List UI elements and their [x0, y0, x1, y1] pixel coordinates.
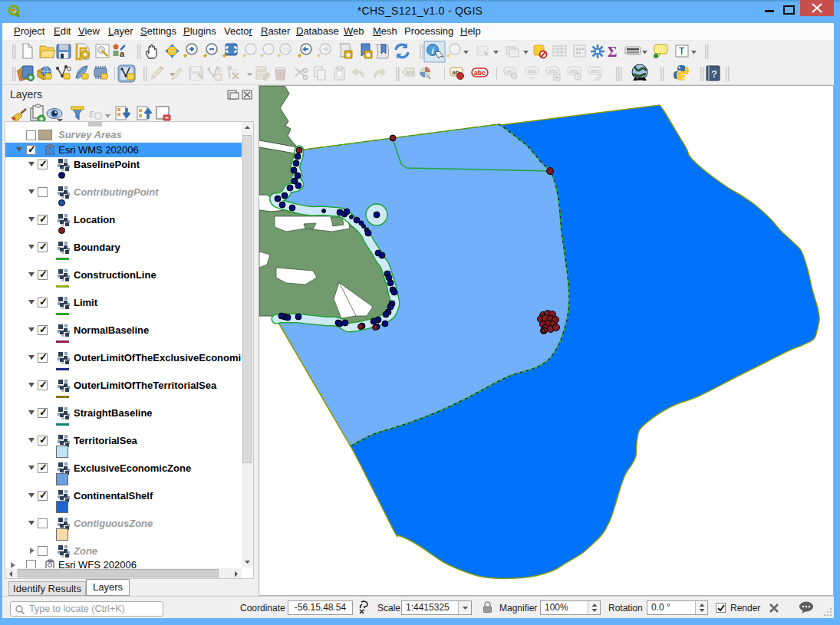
svg-text:abc: abc [528, 67, 537, 74]
svg-text:a: a [120, 49, 125, 58]
svg-text:abc: abc [548, 67, 558, 74]
svg-text:abc: abc [406, 70, 415, 75]
svg-text:Σ: Σ [608, 44, 617, 60]
svg-text:?: ? [711, 68, 717, 80]
svg-text:1:1: 1:1 [282, 47, 289, 52]
svg-text:T: T [679, 46, 685, 57]
svg-text:ε: ε [89, 107, 94, 120]
svg-text:abc: abc [474, 69, 486, 77]
svg-text:abc: abc [591, 67, 600, 74]
